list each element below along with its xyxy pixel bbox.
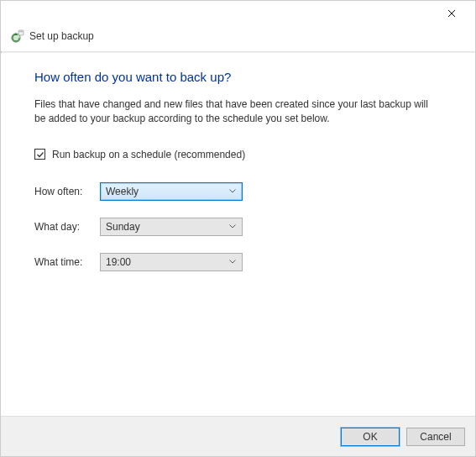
chevron-down-icon — [227, 224, 238, 228]
wizard-title: Set up backup — [29, 30, 94, 42]
what-day-label: What day: — [34, 221, 100, 233]
schedule-checkbox[interactable] — [34, 149, 45, 160]
what-time-label: What time: — [34, 256, 100, 268]
what-day-value: Sunday — [106, 221, 140, 233]
chevron-down-icon — [227, 189, 238, 193]
page-heading: How often do you want to back up? — [34, 70, 442, 84]
schedule-checkbox-label: Run backup on a schedule (recommended) — [52, 149, 245, 160]
how-often-label: How often: — [34, 186, 100, 197]
what-day-select[interactable]: Sunday — [100, 218, 243, 236]
schedule-checkbox-row: Run backup on a schedule (recommended) — [34, 149, 442, 160]
svg-rect-3 — [19, 31, 23, 32]
wizard-header: Set up backup — [1, 26, 475, 51]
wizard-content: How often do you want to back up? Files … — [1, 53, 475, 305]
what-time-value: 19:00 — [106, 256, 131, 268]
titlebar — [1, 1, 475, 26]
chevron-down-icon — [227, 260, 238, 264]
what-time-select[interactable]: 19:00 — [100, 253, 243, 271]
ok-button-label: OK — [363, 431, 377, 443]
how-often-row: How often: Weekly — [34, 182, 442, 201]
cancel-button-label: Cancel — [420, 431, 451, 443]
close-icon — [447, 9, 456, 18]
how-often-select[interactable]: Weekly — [100, 182, 243, 201]
how-often-value: Weekly — [106, 186, 139, 197]
dialog-footer: OK Cancel — [1, 416, 475, 456]
what-day-row: What day: Sunday — [34, 218, 442, 236]
ok-button[interactable]: OK — [341, 428, 400, 446]
backup-wizard-icon — [11, 29, 24, 43]
page-description: Files that have changed and new files th… — [34, 97, 437, 127]
svg-rect-2 — [18, 30, 24, 35]
cancel-button[interactable]: Cancel — [406, 428, 465, 446]
what-time-row: What time: 19:00 — [34, 253, 442, 271]
check-icon — [36, 150, 44, 159]
close-button[interactable] — [435, 2, 468, 25]
